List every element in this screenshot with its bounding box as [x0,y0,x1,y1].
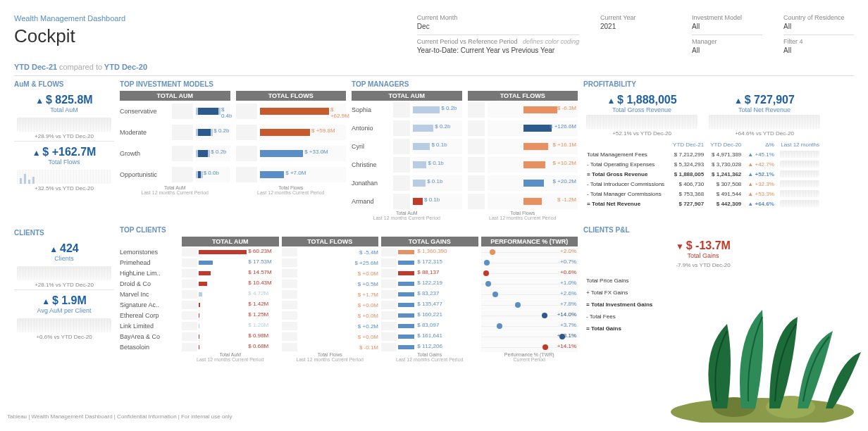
manager-filter[interactable]: All [692,46,762,54]
period-filter[interactable]: Year-to-Date: Current Year vs Previous Y… [417,46,579,54]
panel-title: TOP MANAGERS [352,80,578,88]
total-gains-kpi[interactable]: ▼ $ -13.7M Total Gains [583,237,823,262]
manager-row[interactable]: Armand$ 0.1b [352,192,462,211]
clients-pnl-panel: CLIENTS P&L ▼ $ -13.7M Total Gains -7.9%… [583,226,823,362]
manager-row[interactable]: $ +16.1M [468,137,578,156]
axis-label: Total Flows [468,211,578,216]
client-row[interactable]: HighLine Lim.. $ 14.57M $ +0.0M $ 88,137… [120,268,578,278]
axis-label: Total AuM [352,211,462,216]
col-header: Δ% [745,141,776,149]
column-header: TOTAL FLOWS [282,237,379,246]
total-flows-kpi[interactable]: ▲ $ +162.7M Total Flows [14,143,114,168]
avg-aum-kpi[interactable]: ▲ $ 1.9M Avg AuM per Client [14,292,114,317]
total-aum-kpi[interactable]: ▲ $ 825.8M Total AuM [14,91,114,116]
model-row[interactable]: $ +33.0M [236,143,347,164]
delta-text: +52.1% vs YTD Dec-20 [583,130,700,137]
cpnl-row[interactable]: = Total Gains [585,323,822,334]
kpi-value: $ 1,888,005 [617,94,677,106]
model-row[interactable]: Moderate$ 0.2b [120,122,230,143]
sparkline [586,115,698,129]
delta-text: +32.5% vs YTD Dec-20 [14,185,114,192]
client-row[interactable]: Marvel Inc $ 4.72M $ +1.7M $ 83,237 +2.6… [120,289,578,299]
up-triangle-icon: ▲ [42,296,50,306]
kpi-label: Total Gains [583,252,823,259]
client-row[interactable]: Lemonstones $ 60.23M $ -5.4M $ 1,360,390… [120,246,578,257]
models-aum-rows: Conservative$ 0.4bModerate$ 0.2bGrowth$ … [120,101,230,185]
pnl-row[interactable]: = Total Gross Revenue$ 1,888,005$ 1,241,… [585,170,822,178]
manager-row[interactable]: $ +20.2M [468,174,578,192]
client-row[interactable]: Signature Ac.. $ 1.42M $ +0.0M $ 135,477… [120,299,578,310]
clients-rows: Lemonstones $ 60.23M $ -5.4M $ 1,360,390… [120,246,578,352]
client-row[interactable]: Ethereal Corp $ 1.25M $ +0.0M $ 160,221 … [120,310,578,320]
kpi-label: Total Gross Revenue [583,106,700,113]
delta-text: +64.6% vs YTD Dec-20 [706,130,823,137]
filter4[interactable]: All [783,46,854,54]
pnl-row[interactable]: - Total Introducer Commissions$ 406,730$… [585,180,822,188]
manager-row[interactable]: Cyril$ 0.1b [352,137,462,156]
up-triangle-icon: ▲ [35,96,44,106]
down-triangle-icon: ▼ [676,242,684,251]
filters: Current Month Dec Current Period vs Refe… [417,14,854,54]
column-header: PERFORMANCE % (TWR) [481,237,578,246]
manager-row[interactable]: Jonathan$ 0.1b [352,174,462,192]
kpi-label: Total Net Revenue [706,106,823,113]
manager-row[interactable]: $ -1.2M [468,192,578,211]
manager-row[interactable]: Christine$ 0.1b [352,156,462,174]
model-row[interactable]: Opportunistic$ 0.0b [120,164,230,185]
profitability-panel: PROFITABILITY ▲ $ 1,888,005 Total Gross … [583,80,823,220]
net-revenue-kpi[interactable]: ▲ $ 727,907 Total Net Revenue +64.6% vs … [706,91,823,139]
client-count-kpi[interactable]: ▲ 424 Clients [14,239,114,265]
kpi-value: 424 [60,242,79,254]
current-month-filter[interactable]: Dec [417,23,579,30]
client-row[interactable]: BayArea & Co $ 0.98M $ +0.0M $ 161,641 +… [120,331,578,342]
client-row[interactable]: Primehead $ 17.53M $ +25.6M $ 172,315 +0… [120,257,578,268]
manager-row[interactable]: $ +10.2M [468,156,578,174]
client-row[interactable]: Betasoloin $ 0.68M $ -0.1M $ 112,206 +14… [120,342,578,352]
pnl-row[interactable]: - Total Operating Expenses$ 5,324,293$ 3… [585,160,822,168]
manager-row[interactable]: Sophia$ 0.2b [352,101,462,119]
axis-label: Total Flows [236,185,347,190]
manager-row[interactable]: Antonio$ 0.2b [352,119,462,137]
investment-model-filter[interactable]: All [692,23,762,30]
sparkline [709,115,820,129]
cpnl-row[interactable]: Total Price Gains [585,275,822,286]
cpnl-row[interactable]: = Total Investment Gains [585,299,822,310]
client-row[interactable]: Droid & Co $ 10.43M $ +0.5M $ 122,219 +1… [120,278,578,289]
country-filter[interactable]: All [783,23,854,30]
cpnl-row[interactable]: + Total FX Gains [585,287,822,298]
up-triangle-icon: ▲ [607,96,615,106]
pnl-row[interactable]: Total Management Fees$ 7,212,299$ 4,971,… [585,150,822,158]
model-row[interactable]: Growth$ 0.2b [120,143,230,164]
sparkline [17,318,111,332]
pnl-row[interactable]: = Total Net Revenue$ 727,907$ 442,309▲ +… [585,199,822,208]
delta-text: +0.6% vs YTD Dec-20 [14,334,114,340]
top-models: TOP INVESTMENT MODELS TOTAL AUM Conserva… [120,80,346,220]
panel-title: CLIENTS P&L [583,226,823,234]
pnl-row[interactable]: - Total Manager Commissions$ 753,368$ 49… [585,189,822,198]
client-row[interactable]: Link Limited $ 1.20M $ +0.2M $ 83,097 +3… [120,320,578,331]
page-title: Cockpit [14,25,125,47]
kpi-label: Total Flows [14,158,114,165]
manager-row[interactable]: $ -6.3M [468,101,578,119]
aum-flows-panel: AuM & FLOWS ▲ $ 825.8M Total AuM +28.9% … [14,80,114,220]
filter-label: Current Period vs Reference Period [417,38,518,45]
delta-text: -7.9% vs YTD Dec-20 [583,262,823,268]
model-row[interactable]: Conservative$ 0.4b [120,101,230,122]
filter-label: Current Year [600,14,671,21]
panel-title: TOP INVESTMENT MODELS [120,80,346,88]
panel-title: CLIENTS [14,229,114,237]
cpnl-row[interactable]: - Total Fees [585,311,822,322]
up-triangle-icon: ▲ [32,148,41,158]
filter-note: defines color coding [523,38,579,45]
top-clients-panel: TOP CLIENTS TOTAL AUM TOTAL FLOWS TOTAL … [120,226,578,362]
column-header: TOTAL AUM [352,91,462,101]
model-row[interactable]: $ +59.8M [236,122,347,143]
manager-row[interactable]: $ +126.6M [468,119,578,137]
kpi-label: Clients [14,255,114,262]
current-year-filter[interactable]: 2021 [600,23,671,30]
managers-aum-rows: Sophia$ 0.2bAntonio$ 0.2bCyril$ 0.1bChri… [352,101,462,211]
filter-label: Investment Model [692,14,762,21]
gross-revenue-kpi[interactable]: ▲ $ 1,888,005 Total Gross Revenue +52.1%… [583,91,700,139]
model-row[interactable]: $ +62.9M [236,101,347,122]
model-row[interactable]: $ +7.0M [236,164,347,185]
